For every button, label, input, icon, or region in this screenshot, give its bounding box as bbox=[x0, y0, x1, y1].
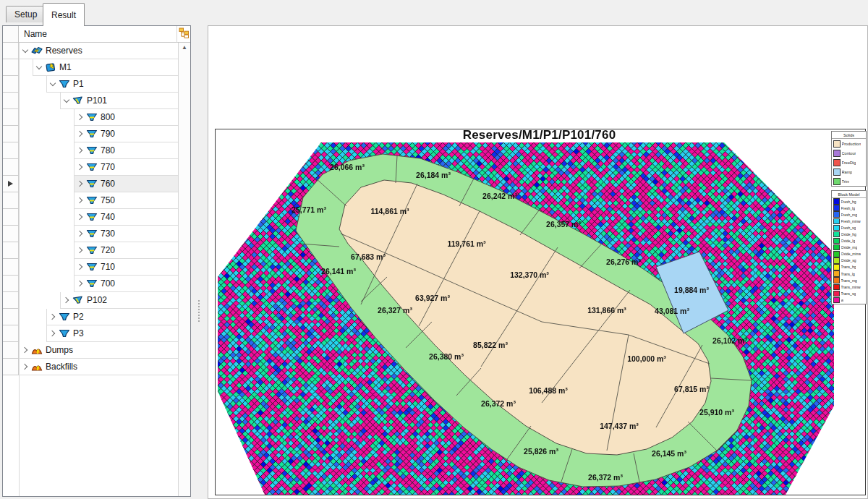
tree-hierarchy-button[interactable] bbox=[176, 26, 190, 43]
row-selector-cell[interactable] bbox=[3, 159, 19, 176]
tree-item-p3[interactable]: P3 bbox=[46, 325, 178, 342]
row-selector-cell[interactable] bbox=[3, 209, 19, 226]
chevron-right-icon[interactable] bbox=[77, 130, 84, 137]
chevron-right-icon[interactable] bbox=[77, 147, 84, 154]
tree-row-reserves[interactable]: Reserves bbox=[3, 43, 178, 59]
row-selector-cell[interactable] bbox=[3, 276, 19, 292]
tree-row-dumps[interactable]: Dumps bbox=[3, 342, 178, 359]
row-selector-cell[interactable] bbox=[3, 309, 19, 325]
chevron-down-icon[interactable] bbox=[22, 47, 29, 54]
tree-row-p102[interactable]: P102 bbox=[3, 292, 178, 309]
tree-row-710[interactable]: 710 bbox=[3, 259, 178, 276]
tree-item-m1[interactable]: M1 bbox=[33, 59, 178, 76]
tree-row-p2[interactable]: P2 bbox=[3, 309, 178, 325]
tree-name-column-header[interactable]: Name bbox=[19, 26, 176, 43]
row-selector-cell[interactable] bbox=[3, 59, 19, 76]
row-selector-cell[interactable] bbox=[3, 292, 19, 309]
chevron-right-icon[interactable] bbox=[77, 213, 84, 221]
tree-row-780[interactable]: 780 bbox=[3, 142, 178, 159]
tree-row-m1[interactable]: M1 bbox=[3, 59, 178, 76]
tree-item-p102[interactable]: P102 bbox=[60, 292, 178, 309]
tab-setup[interactable]: Setup bbox=[6, 6, 46, 22]
chevron-right-icon[interactable] bbox=[22, 346, 29, 354]
tree-item-750[interactable]: 750 bbox=[74, 192, 178, 209]
row-selector-cell[interactable] bbox=[3, 192, 19, 209]
tree-item-720[interactable]: 720 bbox=[74, 242, 178, 259]
tree-row-730[interactable]: 730 bbox=[3, 226, 178, 242]
tree-row-720[interactable]: 720 bbox=[3, 242, 178, 259]
chevron-right-icon[interactable] bbox=[77, 114, 84, 121]
tree-item-780[interactable]: 780 bbox=[74, 142, 178, 159]
row-selector-cell[interactable] bbox=[3, 126, 19, 142]
volume-label: 26,380 m³ bbox=[429, 352, 464, 361]
tree-header: Name bbox=[3, 26, 190, 43]
tree-scrollbar[interactable]: ▲ bbox=[178, 43, 190, 496]
tree-item-730[interactable]: 730 bbox=[74, 226, 178, 242]
tree-row-700[interactable]: 700 bbox=[3, 276, 178, 292]
row-selector-cell[interactable] bbox=[3, 325, 19, 342]
chevron-right-icon[interactable] bbox=[49, 313, 56, 320]
tree-item-710[interactable]: 710 bbox=[74, 259, 178, 276]
legend-item-oxide_hg: Oxide_hg bbox=[832, 231, 866, 237]
tree-row-740[interactable]: 740 bbox=[3, 209, 178, 226]
tab-result[interactable]: Result bbox=[43, 3, 85, 26]
tree-item-700[interactable]: 700 bbox=[74, 276, 178, 292]
row-selector-cell[interactable] bbox=[3, 259, 19, 276]
volume-label: 114,861 m³ bbox=[370, 207, 409, 216]
hierarchy-icon bbox=[179, 27, 190, 41]
legend-item-oxide_sg: Oxide_sg bbox=[832, 257, 866, 264]
tree-row-770[interactable]: 770 bbox=[3, 159, 178, 176]
chevron-right-icon[interactable] bbox=[22, 363, 29, 370]
tree-item-740[interactable]: 740 bbox=[74, 209, 178, 226]
row-selector-cell[interactable] bbox=[3, 142, 19, 159]
row-selector-cell[interactable] bbox=[3, 359, 19, 375]
legend-label: Ramp bbox=[842, 170, 853, 174]
chevron-right-icon[interactable] bbox=[49, 330, 56, 337]
tree-item-dumps[interactable]: Dumps bbox=[19, 342, 178, 359]
row-selector-cell[interactable] bbox=[3, 226, 19, 242]
chevron-down-icon[interactable] bbox=[35, 64, 43, 71]
panel-splitter[interactable] bbox=[197, 299, 200, 323]
tree-item-760[interactable]: 760 bbox=[74, 176, 178, 192]
chevron-right-icon[interactable] bbox=[77, 280, 84, 287]
tree-row-760[interactable]: 760 bbox=[3, 176, 178, 192]
tree-row-p101[interactable]: P101 bbox=[3, 93, 178, 109]
row-selector-cell[interactable] bbox=[3, 93, 19, 109]
tree-item-800[interactable]: 800 bbox=[74, 109, 178, 126]
tree-item-backfills[interactable]: Backfills bbox=[19, 359, 178, 375]
legend-swatch bbox=[833, 297, 840, 304]
volume-label: 25,771 m³ bbox=[292, 205, 326, 214]
row-selector-cell[interactable] bbox=[3, 109, 19, 126]
chevron-right-icon[interactable] bbox=[77, 247, 84, 254]
volume-label: 26,145 m³ bbox=[652, 449, 686, 458]
tree-row-p3[interactable]: P3 bbox=[3, 325, 178, 342]
row-selector-cell[interactable] bbox=[3, 43, 19, 59]
chevron-right-icon[interactable] bbox=[77, 263, 84, 270]
tree-row-800[interactable]: 800 bbox=[3, 109, 178, 126]
tree-item-p2[interactable]: P2 bbox=[46, 309, 178, 325]
scroll-up-icon[interactable]: ▲ bbox=[179, 43, 190, 53]
tree-row-750[interactable]: 750 bbox=[3, 192, 178, 209]
tree-item-790[interactable]: 790 bbox=[74, 126, 178, 142]
chevron-right-icon[interactable] bbox=[77, 163, 84, 171]
tree-item-p101[interactable]: P101 bbox=[60, 93, 178, 109]
legend-item-oxide_minw: Oxide_minw bbox=[832, 251, 866, 257]
chevron-right-icon[interactable] bbox=[77, 230, 84, 237]
chevron-right-icon[interactable] bbox=[77, 180, 84, 187]
tree-item-770[interactable]: 770 bbox=[74, 159, 178, 176]
volume-label: 26,372 m³ bbox=[481, 399, 516, 408]
tree-item-p1[interactable]: P1 bbox=[46, 76, 178, 93]
tree-row-p1[interactable]: P1 bbox=[3, 76, 178, 93]
chevron-right-icon[interactable] bbox=[77, 197, 84, 204]
row-selector-cell[interactable] bbox=[3, 76, 19, 93]
row-selector-cell[interactable] bbox=[3, 176, 19, 192]
chevron-right-icon[interactable] bbox=[63, 297, 70, 304]
tree-row-backfills[interactable]: Backfills bbox=[3, 359, 178, 375]
chevron-down-icon[interactable] bbox=[49, 80, 56, 88]
row-selector-cell[interactable] bbox=[3, 242, 19, 259]
tree-item-reserves[interactable]: Reserves bbox=[19, 43, 178, 59]
row-selector-cell[interactable] bbox=[3, 342, 19, 359]
tree-item-label: 740 bbox=[101, 212, 115, 222]
tree-row-790[interactable]: 790 bbox=[3, 126, 178, 142]
chevron-down-icon[interactable] bbox=[63, 97, 70, 104]
